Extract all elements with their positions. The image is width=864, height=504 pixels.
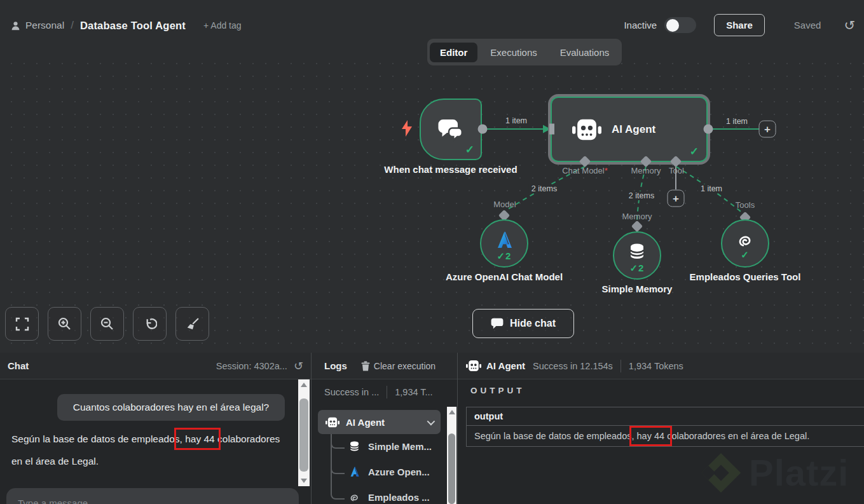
azure-icon bbox=[348, 466, 360, 478]
port-label-memory-sub: Memory bbox=[622, 212, 652, 221]
logs-tree-simple-memory[interactable]: Simple Mem... bbox=[348, 440, 432, 453]
bot-message: Según la base de datos de empleados, hay… bbox=[11, 428, 284, 472]
chat-scrollbar[interactable] bbox=[298, 379, 310, 486]
zoom-out-button[interactable] bbox=[90, 307, 124, 341]
logs-panel: Logs Clear execution Success in ... 1,93… bbox=[312, 353, 458, 504]
robot-icon bbox=[326, 417, 339, 428]
scroll-up-arrow[interactable] bbox=[449, 410, 455, 414]
logs-status: Success in ... bbox=[324, 387, 379, 397]
fit-view-icon bbox=[15, 317, 29, 331]
agent-output-handle[interactable] bbox=[704, 125, 713, 134]
check-icon: ✓ bbox=[741, 249, 750, 261]
output-node-name: AI Agent bbox=[486, 360, 525, 371]
scroll-up-arrow[interactable] bbox=[301, 383, 307, 387]
edge-label: 2 items bbox=[626, 191, 657, 200]
node-azure-openai-chat-model[interactable]: ✓2 bbox=[480, 219, 528, 268]
tab-executions[interactable]: Executions bbox=[480, 43, 547, 62]
trigger-bolt-icon bbox=[401, 119, 413, 137]
port-label-memory: Memory bbox=[631, 166, 661, 175]
hide-chat-label: Hide chat bbox=[510, 318, 556, 329]
tree-connector bbox=[331, 434, 345, 500]
chevron-down-icon bbox=[427, 417, 435, 425]
tool-node-label: Empleados Queries Tool bbox=[672, 271, 818, 283]
reset-session-icon[interactable]: ↺ bbox=[294, 360, 303, 372]
hide-chat-button[interactable]: Hide chat bbox=[472, 309, 574, 338]
scroll-thumb[interactable] bbox=[448, 433, 455, 504]
port-label-model: Model bbox=[493, 200, 516, 209]
tab-evaluations[interactable]: Evaluations bbox=[550, 43, 620, 62]
logs-tree-empleados[interactable]: Empleados ... bbox=[348, 491, 430, 503]
workflow-canvas[interactable]: ✓ When chat message received AI Agent ✓ … bbox=[0, 53, 864, 353]
zoom-in-icon bbox=[57, 317, 72, 331]
run-badge: ✓2 bbox=[630, 262, 645, 274]
chat-panel-title: Chat bbox=[8, 360, 29, 371]
chat-panel: Chat Session: 4302a... ↺ Cuantos colabor… bbox=[0, 353, 312, 504]
output-section-label: OUTPUT bbox=[470, 386, 525, 395]
workflow-history-icon[interactable]: ↺ bbox=[844, 18, 855, 32]
required-marker: * bbox=[605, 166, 608, 175]
edge-label: 1 item bbox=[723, 117, 750, 126]
chat-messages[interactable]: Cuantos colaboradores hay en el área leg… bbox=[0, 379, 311, 504]
tidy-up-button[interactable] bbox=[175, 307, 209, 341]
tab-editor[interactable]: Editor bbox=[430, 43, 477, 62]
output-row: Según la base de datos de empleados, hay… bbox=[467, 426, 864, 447]
logs-tree-azure-openai[interactable]: Azure Open... bbox=[348, 466, 430, 478]
project-breadcrumb[interactable]: Personal bbox=[10, 20, 64, 31]
node-empleados-queries-tool[interactable]: ✓ bbox=[721, 219, 769, 268]
chat-bubbles-icon bbox=[437, 118, 465, 142]
port-label-chat-model: Chat Model* bbox=[562, 166, 608, 175]
node-simple-memory[interactable]: ✓2 bbox=[613, 231, 661, 280]
check-icon: ✓ bbox=[465, 143, 474, 156]
workflow-title[interactable]: Database Tool Agent bbox=[80, 20, 186, 32]
trash-icon bbox=[361, 361, 370, 371]
agent-node-title: AI Agent bbox=[612, 123, 655, 136]
highlight-box: hay 44 bbox=[634, 431, 668, 441]
logs-scrollbar[interactable] bbox=[447, 407, 456, 504]
zoom-in-button[interactable] bbox=[48, 307, 81, 341]
database-icon bbox=[348, 440, 360, 453]
port-label-tool: Tool bbox=[669, 166, 684, 175]
zoom-out-icon bbox=[100, 317, 114, 331]
chat-icon bbox=[491, 318, 504, 329]
node-when-chat-message-received[interactable]: ✓ bbox=[420, 99, 482, 160]
highlight-box: , hay 44 bbox=[180, 433, 215, 444]
output-tokens: 1,934 Tokens bbox=[629, 361, 683, 371]
trigger-node-label: When chat message received bbox=[378, 163, 524, 175]
azure-node-label: Azure OpenAI Chat Model bbox=[431, 271, 577, 283]
azure-icon bbox=[493, 230, 515, 250]
toggle-knob bbox=[666, 19, 679, 32]
node-ai-agent[interactable]: AI Agent ✓ bbox=[548, 94, 710, 165]
scroll-thumb[interactable] bbox=[299, 398, 308, 472]
tool-spiral-icon bbox=[348, 491, 360, 503]
tool-spiral-icon bbox=[736, 231, 755, 250]
chat-input[interactable]: Type a message... bbox=[6, 488, 299, 504]
run-badge: ✓2 bbox=[497, 250, 512, 262]
share-button[interactable]: Share bbox=[714, 14, 765, 36]
edge-label: 2 items bbox=[529, 184, 559, 193]
reset-zoom-button[interactable] bbox=[133, 307, 167, 341]
scroll-down-arrow[interactable] bbox=[301, 479, 307, 483]
trigger-output-handle[interactable] bbox=[478, 125, 488, 134]
logs-tokens: 1,934 T... bbox=[395, 387, 432, 397]
clear-execution-button[interactable]: Clear execution bbox=[361, 361, 435, 371]
activation-toggle[interactable] bbox=[664, 17, 696, 33]
edge-label: 1 item bbox=[503, 116, 530, 125]
logs-panel-title: Logs bbox=[324, 360, 347, 371]
breadcrumb-separator: / bbox=[71, 19, 74, 32]
chat-input-placeholder: Type a message... bbox=[18, 498, 96, 504]
agent-input-handle[interactable] bbox=[549, 124, 554, 135]
add-node-button[interactable]: + bbox=[759, 121, 776, 138]
port-label-tools: Tools bbox=[736, 200, 755, 210]
logs-summary: Success in ... 1,934 T... bbox=[312, 379, 457, 405]
chat-session-id: Session: 4302a... bbox=[216, 361, 287, 371]
output-panel: AI Agent Success in 12.154s 1,934 Tokens… bbox=[458, 353, 864, 504]
database-icon bbox=[627, 242, 647, 261]
memory-port[interactable] bbox=[631, 221, 643, 232]
activation-status-label: Inactive bbox=[624, 20, 657, 31]
undo-icon bbox=[142, 317, 157, 331]
add-tag-button[interactable]: + Add tag bbox=[203, 20, 242, 31]
fit-view-button[interactable] bbox=[5, 307, 39, 341]
logs-tree-ai-agent[interactable]: AI Agent bbox=[318, 410, 441, 434]
add-tool-button[interactable]: + bbox=[668, 190, 685, 207]
project-name: Personal bbox=[25, 20, 64, 31]
